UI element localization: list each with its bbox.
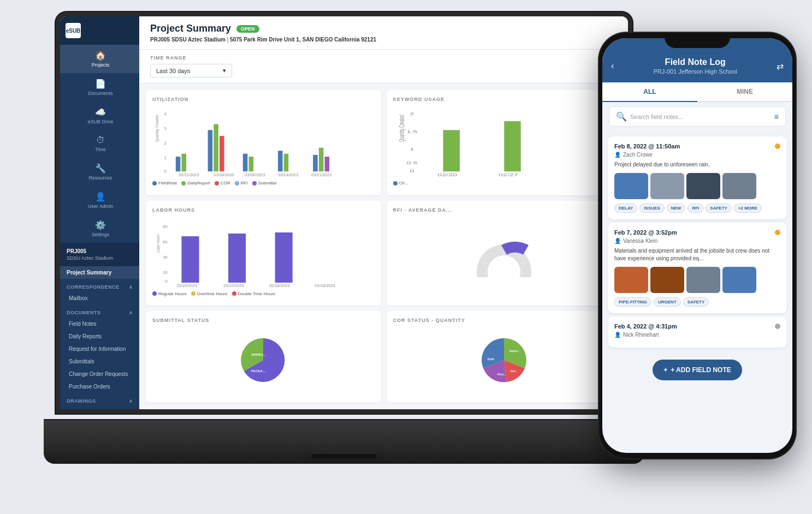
svg-text:02/21/2023: 02/21/2023 [179,172,199,177]
project-id: PRJ005 [67,248,133,254]
note-image [686,173,720,199]
tab-all[interactable]: ALL [602,82,697,102]
person-icon: 👤 [614,152,621,158]
main-content: Project Summary OPEN PRJ005 SDSU Aztec S… [139,16,628,409]
sidebar-nav-label: eSUB Drive [87,119,113,124]
svg-text:02/22/2023: 02/22/2023 [224,283,244,288]
labor-hours-title: LABOR HOURS [152,207,375,213]
menu-item-change-orders[interactable]: Change Order Requests [60,368,139,380]
svg-rect-28 [443,130,459,171]
svg-text:40: 40 [163,255,167,260]
svg-text:PACKA...: PACKA... [251,369,265,373]
tag[interactable]: NEW [667,204,686,213]
menu-section-documents[interactable]: DOCUMENTS ∧ [60,304,139,318]
time-range-select[interactable]: Last 30 days ▾ [150,64,232,77]
svg-rect-12 [278,151,283,171]
svg-text:Draft: Draft [488,357,494,361]
svg-text:4: 4 [164,111,166,116]
utilization-chart: UTILIZATION 4 3 2 1 0 [146,90,381,195]
resources-icon: 🔧 [95,163,106,174]
menu-item-daily-reports[interactable]: Daily Reports [60,330,139,343]
svg-rect-40 [275,232,293,283]
svg-text:1: 1 [410,147,414,152]
menu-item-submittals[interactable]: Submittals [60,355,139,368]
svg-text:0: 0 [164,169,166,174]
sidebar-item-time[interactable]: ⏱ Time [60,130,139,158]
menu-item-mailbox[interactable]: Mailbox [60,292,139,304]
tag[interactable]: PIPE-FITTING [614,297,651,307]
add-note-label: + ADD FIELD NOTE [671,366,731,374]
tag-more[interactable]: +2 MORE [734,204,762,213]
note-tags-1: DELAY ISSUES NEW RFI SAFETY +2 MORE [614,204,780,213]
sidebar-item-settings[interactable]: ⚙️ Settings [60,214,139,243]
svg-text:03/16/2023: 03/16/2023 [315,283,335,288]
sidebar-nav-label: User Admin [88,204,114,209]
rfi-average-chart: RFI - AVERAGE DA... [387,201,622,306]
tag[interactable]: RFI [687,204,703,213]
svg-text:60: 60 [163,240,167,244]
sidebar-item-user-admin[interactable]: 👤 User Admin [60,186,139,214]
note-image [686,267,720,293]
svg-rect-14 [313,155,318,171]
svg-rect-6 [181,154,186,172]
svg-rect-16 [325,157,330,171]
tag[interactable]: SAFETY [706,204,732,213]
svg-text:Appro...: Appro... [509,349,520,352]
menu-section-drawings[interactable]: DRAWINGS ∧ [60,393,139,406]
cor-status-title: COR STATUS - QUANTITY [393,318,615,323]
svg-text:Labor Hours: Labor Hours [156,235,160,253]
svg-text:Sen...: Sen... [511,369,518,373]
keyword-usage-bar-chart: 2 1.5 1 0.5 0 02/20 02/27 Quantity Creat… [393,106,615,177]
tag[interactable]: ISSUES [639,204,664,213]
menu-item-sheets[interactable]: Sheets [60,406,139,409]
sidebar-item-esub-drive[interactable]: ☁️ eSUB Drive [60,101,139,130]
phone-notch [665,33,730,48]
tag[interactable]: SAFETY [683,297,709,307]
svg-text:Quantity Created: Quantity Created [398,115,406,142]
phone-search-bar[interactable]: 🔍 Search field notes... ≡ [609,106,786,127]
menu-section-correspondence[interactable]: CORRESPONDENCE ∧ [60,279,139,292]
note-image [614,267,648,293]
note-date-3: Feb 4, 2022 @ 4:31pm [614,323,677,330]
svg-text:APPRO...: APPRO... [251,353,266,356]
sidebar-nav-label: Documents [88,91,113,96]
logo-box: eSUB [66,23,81,38]
svg-text:Prici...: Prici... [497,373,506,376]
sidebar-item-resources[interactable]: 🔧 Resources [60,158,139,186]
note-dot-2 [775,230,780,235]
laptop-screen: eSUB 🏠 Projects 📄 Documents ☁️ eSUB Driv… [60,16,628,409]
menu-item-rfi[interactable]: Request for Information [60,343,139,355]
note-image [614,173,648,199]
menu-item-field-notes[interactable]: Field Notes [60,318,139,330]
add-field-note-button[interactable]: + + ADD FIELD NOTE [653,360,742,380]
phone-screen: ‹ Field Note Log PRJ-001 Jefferson High … [602,38,792,453]
menu-item-purchase-orders[interactable]: Purchase Orders [60,380,139,393]
sidebar-item-documents[interactable]: 📄 Documents [60,73,139,101]
sidebar-project-info: PRJ005 SDSU Aztec Stadium [60,243,139,266]
note-text-1: Project delayed due to unforeseen rain. [614,161,780,169]
submittal-status-title: SUBMITTAL STATUS [152,318,375,323]
submittal-pie: APPRO... PACKA... [152,327,375,393]
note-date-1: Feb 8, 2022 @ 11:50am [614,143,680,150]
svg-rect-7 [208,130,213,171]
project-address: 5075 Park Rim Drive Unit 1, SAN DIEGO Ca… [230,37,376,43]
svg-text:03/06/2023: 03/06/2023 [245,172,265,177]
tag[interactable]: DELAY [614,204,637,213]
field-note-card-1: Feb 8, 2022 @ 11:50am 👤 Zach Crowe Proje… [608,136,787,219]
sidebar-nav-label: Resources [88,175,112,181]
svg-text:2: 2 [410,112,414,116]
sidebar-item-projects[interactable]: 🏠 Projects [60,45,139,73]
filter-icon[interactable]: ≡ [774,112,779,121]
svg-rect-38 [181,236,199,283]
esub-drive-icon: ☁️ [95,107,106,117]
tab-mine[interactable]: MINE [697,82,792,101]
active-menu-item[interactable]: Project Summary [60,266,139,279]
laptop-notch [311,454,377,458]
rfi-average-title: RFI - AVERAGE DA... [393,207,615,213]
status-badge: OPEN [236,25,259,33]
utilization-legend: FieldNote DailyReport COR RFI Submittal [152,181,375,186]
tag[interactable]: URGENT [654,297,681,307]
sidebar-menu: Project Summary CORRESPONDENCE ∧ Mailbox… [60,266,139,409]
phone-filter-icon[interactable]: ⇄ [777,61,784,71]
project-meta: PRJ005 SDSU Aztec Stadium | 5075 Park Ri… [150,37,617,43]
